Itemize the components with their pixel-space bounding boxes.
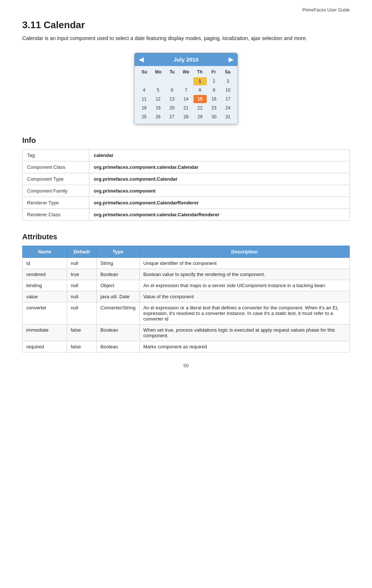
attr-description: When set true, process validations logic… [139, 325, 349, 341]
info-label: Tag [23, 150, 89, 161]
attr-name: immediate [23, 325, 67, 341]
attr-default: null [67, 280, 97, 291]
attr-default: false [67, 341, 97, 352]
calendar-day [179, 77, 193, 85]
info-section-title: Info [22, 136, 350, 145]
info-label: Component Family [23, 185, 89, 197]
attributes-table: NameDefaultTypeDescription idnullStringU… [22, 246, 350, 352]
calendar-header: ◀ July 2010 ▶ [134, 53, 238, 66]
attr-column-header: Description [139, 246, 349, 258]
info-row: Tagcalendar [23, 150, 350, 161]
calendar-day[interactable]: 30 [207, 113, 221, 121]
attr-description: Value of the component [139, 291, 349, 302]
calendar-day[interactable]: 10 [221, 86, 235, 94]
attr-description: Marks component as required [139, 341, 349, 352]
info-value: org.primefaces.component.CalendarRendere… [89, 197, 350, 209]
attr-row: renderedtrueBooleanBoolean value to spec… [23, 269, 350, 280]
calendar-day[interactable]: 23 [207, 104, 221, 112]
calendar-day[interactable]: 20 [165, 104, 179, 112]
attributes-section-title: Attributes [22, 233, 350, 241]
page-header: PrimeFaces User Guide [22, 7, 350, 13]
day-header: We [179, 68, 193, 76]
calendar-day[interactable]: 28 [179, 113, 193, 121]
calendar-day[interactable]: 11 [137, 95, 151, 103]
section-title: 3.11 Calendar [22, 19, 350, 31]
attr-description: An el expression that maps to a server s… [139, 280, 349, 291]
attr-description: Boolean value to specify the rendering o… [139, 269, 349, 280]
calendar-day[interactable]: 3 [221, 77, 235, 85]
calendar-day[interactable]: 12 [152, 95, 165, 103]
info-value: calendar [89, 150, 350, 161]
calendar-day[interactable]: 25 [137, 113, 151, 121]
day-header: Sa [221, 68, 235, 76]
calendar-day[interactable]: 22 [193, 104, 207, 112]
attr-default: null [67, 258, 97, 269]
calendar-day[interactable]: 26 [152, 113, 165, 121]
attr-description: Unique identifier of the component [139, 258, 349, 269]
attr-type: Boolean [97, 269, 140, 280]
calendar-month-year: July 2010 [173, 56, 199, 63]
info-row: Component Typeorg.primefaces.component.C… [23, 173, 350, 185]
day-header: Th [193, 68, 207, 76]
calendar-day[interactable]: 9 [207, 86, 221, 94]
attr-description: An el expression or a literal text that … [139, 302, 349, 325]
attr-name: id [23, 258, 67, 269]
attr-default: true [67, 269, 97, 280]
calendar-widget[interactable]: ◀ July 2010 ▶ SuMoTuWeThFrSa 12345678910… [134, 53, 238, 124]
calendar-day[interactable]: 16 [207, 95, 221, 103]
calendar-day[interactable]: 6 [165, 86, 179, 94]
attr-type: java.util .Date [97, 291, 140, 302]
calendar-grid[interactable]: 1234567891011121314151617181920212223242… [137, 77, 235, 121]
attr-type: Object [97, 280, 140, 291]
day-header: Mo [151, 68, 165, 76]
calendar-day[interactable]: 17 [221, 95, 235, 103]
attr-row: converternullConverter/StringAn el expre… [23, 302, 350, 325]
info-value: org.primefaces.component.Calendar [89, 173, 350, 185]
info-value: org.primefaces.component.calendar.Calend… [89, 161, 350, 173]
intro-text: Calendar is an input component used to s… [22, 35, 350, 42]
calendar-day[interactable]: 19 [152, 104, 165, 112]
calendar-day[interactable]: 27 [165, 113, 179, 121]
calendar-day[interactable]: 14 [179, 95, 193, 103]
calendar-day[interactable]: 18 [137, 104, 151, 112]
attr-column-header: Default [67, 246, 97, 258]
calendar-day[interactable]: 7 [179, 86, 193, 94]
info-value: org.primefaces.component [89, 185, 350, 197]
calendar-day[interactable]: 31 [221, 113, 235, 121]
attr-name: converter [23, 302, 67, 325]
info-row: Component Familyorg.primefaces.component [23, 185, 350, 197]
attr-name: value [23, 291, 67, 302]
attr-type: Converter/String [97, 302, 140, 325]
calendar-day[interactable]: 13 [165, 95, 179, 103]
calendar-day[interactable]: 24 [221, 104, 235, 112]
attr-row: idnullStringUnique identifier of the com… [23, 258, 350, 269]
attr-row: bindingnullObjectAn el expression that m… [23, 280, 350, 291]
info-label: Component Type [23, 173, 89, 185]
attr-row: requiredfalseBooleanMarks component as r… [23, 341, 350, 352]
info-label: Renderer Class [23, 209, 89, 221]
info-row: Renderer Classorg.primefaces.component.c… [23, 209, 350, 221]
info-label: Component Class [23, 161, 89, 173]
calendar-day[interactable]: 2 [207, 77, 221, 85]
attr-type: Boolean [97, 341, 140, 352]
calendar-day-headers: SuMoTuWeThFrSa [137, 68, 235, 76]
calendar-day[interactable]: 15 [193, 95, 207, 103]
calendar-day[interactable]: 4 [137, 86, 151, 94]
day-header: Fr [207, 68, 220, 76]
calendar-day[interactable]: 1 [193, 77, 207, 85]
next-month-button[interactable]: ▶ [229, 56, 233, 63]
attr-default: false [67, 325, 97, 341]
attr-default: null [67, 302, 97, 325]
calendar-day[interactable]: 5 [152, 86, 165, 94]
calendar-day[interactable]: 8 [193, 86, 207, 94]
info-row: Component Classorg.primefaces.component.… [23, 161, 350, 173]
calendar-day[interactable]: 29 [193, 113, 207, 121]
calendar-day [137, 77, 151, 85]
prev-month-button[interactable]: ◀ [139, 56, 143, 63]
calendar-day[interactable]: 21 [179, 104, 193, 112]
calendar-demo: ◀ July 2010 ▶ SuMoTuWeThFrSa 12345678910… [22, 53, 350, 124]
attr-type: Boolean [97, 325, 140, 341]
info-row: Renderer Typeorg.primefaces.component.Ca… [23, 197, 350, 209]
attr-default: null [67, 291, 97, 302]
calendar-day [152, 77, 165, 85]
